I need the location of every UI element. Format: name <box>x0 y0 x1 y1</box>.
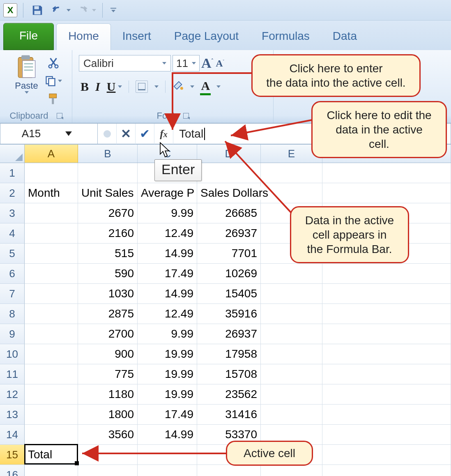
cell-C14[interactable]: 14.99 <box>138 425 197 445</box>
undo-button[interactable] <box>49 2 65 18</box>
row-header[interactable]: 10 <box>0 344 25 364</box>
cell-D7[interactable]: 15405 <box>197 284 261 304</box>
cell-C9[interactable]: 9.99 <box>138 324 197 344</box>
cell-B5[interactable]: 515 <box>78 244 138 264</box>
cell-E12[interactable] <box>261 384 322 405</box>
cell-F9[interactable] <box>322 324 451 344</box>
copy-button[interactable] <box>45 73 62 89</box>
cell-E11[interactable] <box>261 364 322 384</box>
underline-dropdown[interactable] <box>118 85 122 88</box>
cell-D8[interactable]: 35916 <box>197 304 261 324</box>
cell-C4[interactable]: 12.49 <box>138 223 197 244</box>
cell-B13[interactable]: 1800 <box>78 405 138 425</box>
cell-C12[interactable]: 19.99 <box>138 384 197 405</box>
cell-A13[interactable] <box>25 405 78 425</box>
cell-C3[interactable]: 9.99 <box>138 203 197 223</box>
borders-dropdown[interactable] <box>154 85 159 88</box>
cell-B11[interactable]: 775 <box>78 364 138 384</box>
cell-B4[interactable]: 2160 <box>78 223 138 244</box>
redo-button[interactable] <box>74 2 91 18</box>
row-header[interactable]: 8 <box>0 304 25 324</box>
cell-C5[interactable]: 14.99 <box>138 244 197 264</box>
column-header-B[interactable]: B <box>78 145 138 163</box>
font-dialog-launcher[interactable] <box>183 113 189 119</box>
cell-B9[interactable]: 2700 <box>78 324 138 344</box>
cut-button[interactable] <box>45 55 62 71</box>
cell-F13[interactable] <box>322 405 451 425</box>
save-button[interactable] <box>29 2 46 18</box>
cell-D3[interactable]: 26685 <box>197 203 261 223</box>
cell-F11[interactable] <box>322 364 451 384</box>
customize-qat-button[interactable] <box>108 2 118 18</box>
cell-A10[interactable] <box>25 344 78 364</box>
cell-A14[interactable] <box>25 425 78 445</box>
formula-bar-expand-icon[interactable] <box>98 124 117 144</box>
cell-F7[interactable] <box>322 284 451 304</box>
cell-B7[interactable]: 1030 <box>78 284 138 304</box>
cell-A16[interactable] <box>25 465 78 476</box>
format-painter-button[interactable] <box>45 91 62 107</box>
underline-button[interactable]: U <box>107 80 116 94</box>
cell-A12[interactable] <box>25 384 78 405</box>
cell-F14[interactable] <box>322 425 451 445</box>
fill-color-button[interactable] <box>172 80 184 94</box>
undo-dropdown[interactable] <box>66 8 71 13</box>
cell-A1[interactable] <box>25 163 78 183</box>
row-header[interactable]: 13 <box>0 405 25 425</box>
cell-A7[interactable] <box>25 284 78 304</box>
tab-insert[interactable]: Insert <box>111 24 163 50</box>
cell-D6[interactable]: 10269 <box>197 264 261 284</box>
row-header[interactable]: 7 <box>0 284 25 304</box>
tab-data[interactable]: Data <box>321 24 368 50</box>
cell-C16[interactable] <box>138 465 197 476</box>
font-size-selector[interactable]: 11 <box>173 55 200 71</box>
row-header[interactable]: 16 <box>0 465 25 476</box>
name-box[interactable]: A15 <box>0 123 98 144</box>
cell-A8[interactable] <box>25 304 78 324</box>
italic-button[interactable]: I <box>95 80 100 94</box>
row-header[interactable]: 3 <box>0 203 25 223</box>
cell-E13[interactable] <box>261 405 322 425</box>
cell-A5[interactable] <box>25 244 78 264</box>
cell-A3[interactable] <box>25 203 78 223</box>
paste-dropdown[interactable] <box>25 91 29 94</box>
paste-button[interactable]: Paste <box>10 54 43 107</box>
cell-A15[interactable]: Total <box>25 445 78 465</box>
cell-A6[interactable] <box>25 264 78 284</box>
increase-font-icon[interactable]: Aˆ <box>201 55 213 71</box>
row-header[interactable]: 5 <box>0 244 25 264</box>
cell-B14[interactable]: 3560 <box>78 425 138 445</box>
cell-D5[interactable]: 7701 <box>197 244 261 264</box>
tab-home[interactable]: Home <box>56 23 111 50</box>
row-header[interactable]: 14 <box>0 425 25 445</box>
cell-B6[interactable]: 590 <box>78 264 138 284</box>
cell-C7[interactable]: 14.99 <box>138 284 197 304</box>
insert-function-button[interactable]: fx <box>154 124 173 144</box>
cell-B1[interactable] <box>78 163 138 183</box>
cell-D16[interactable] <box>197 465 261 476</box>
cell-B15[interactable] <box>78 445 138 465</box>
cell-E9[interactable] <box>261 324 322 344</box>
select-all-corner[interactable] <box>0 145 25 163</box>
cell-F8[interactable] <box>322 304 451 324</box>
cell-F1[interactable] <box>322 163 451 183</box>
cell-D1[interactable] <box>197 163 261 183</box>
row-header[interactable]: 4 <box>0 223 25 244</box>
cell-D11[interactable]: 15708 <box>197 364 261 384</box>
row-header[interactable]: 12 <box>0 384 25 405</box>
cell-C8[interactable]: 12.49 <box>138 304 197 324</box>
font-name-selector[interactable]: Calibri <box>79 55 171 71</box>
bold-button[interactable]: B <box>81 80 89 94</box>
cell-F16[interactable] <box>322 465 451 476</box>
cell-D2[interactable]: Sales Dollars <box>197 183 261 203</box>
cell-C6[interactable]: 17.49 <box>138 264 197 284</box>
row-header[interactable]: 6 <box>0 264 25 284</box>
cell-E16[interactable] <box>261 465 322 476</box>
cell-E6[interactable] <box>261 264 322 284</box>
cell-C15[interactable] <box>138 445 197 465</box>
clipboard-dialog-launcher[interactable] <box>57 113 62 119</box>
borders-button[interactable] <box>136 80 148 93</box>
cell-D12[interactable]: 23562 <box>197 384 261 405</box>
cell-B16[interactable] <box>78 465 138 476</box>
cancel-button[interactable]: ✕ <box>117 124 136 144</box>
